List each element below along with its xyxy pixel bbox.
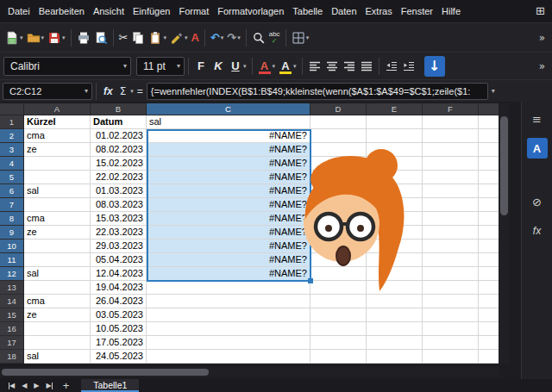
font-name-caret[interactable]: ▾ [123,62,127,70]
sidebar-tab-properties[interactable]: A [527,138,548,159]
cell-D2[interactable] [310,129,367,143]
cell-A9[interactable]: ze [24,226,91,240]
next-sheet-button[interactable]: ▶ [30,382,42,389]
font-size-caret[interactable]: ▾ [177,62,180,70]
cell-A1[interactable]: Kürzel [24,115,91,129]
copy-button[interactable] [129,27,147,49]
cell-C12[interactable]: #NAME? [147,267,310,281]
name-box-caret[interactable]: ▾ [85,87,88,95]
cell-C17[interactable] [147,336,310,350]
cell-F7[interactable] [423,198,479,212]
cell-A12[interactable]: sal [24,267,91,281]
cell-F15[interactable] [423,308,479,322]
find-replace-button[interactable] [250,27,267,49]
cell-F10[interactable] [423,240,479,253]
cut-button[interactable]: ✂ [117,27,130,49]
cell-B4[interactable]: 15.02.2023 [91,157,147,171]
formula-input[interactable]: {=wennfehler(INDEX(B$1:B$49;kkleinste(we… [147,83,488,100]
menu-formatvorlagen[interactable]: Formatvorlagen [213,3,288,20]
expand-formula-bar-icon[interactable]: ▾ [488,87,499,95]
print-button[interactable] [75,27,92,49]
column-header-F[interactable]: F [423,103,479,115]
vertical-scrollbar-thumb[interactable] [500,116,508,215]
cell-E18[interactable] [367,350,423,364]
row-header-4[interactable]: 4 [0,157,24,171]
cell-C5[interactable]: #NAME? [147,171,310,184]
function-wizard-button[interactable]: fx [100,85,116,97]
cell-D1[interactable] [310,115,367,129]
bold-button[interactable]: F [192,55,210,78]
cell-G14[interactable] [479,295,499,308]
cell-G4[interactable] [479,157,499,171]
menu-tabelle[interactable]: Tabelle [288,3,327,20]
new-dropdown-caret[interactable]: ▾ [20,34,23,41]
menu-fenster[interactable]: Fenster [397,3,437,20]
cell-A14[interactable]: cma [24,295,91,308]
cell-B10[interactable]: 29.03.2023 [91,240,147,253]
cell-C13[interactable] [147,281,310,295]
cell-G7[interactable] [479,198,499,212]
cell-C6[interactable]: #NAME? [147,184,310,198]
cell-C4[interactable]: #NAME? [147,157,310,171]
name-box[interactable]: C2:C12 ▾ [3,83,92,100]
row-header-5[interactable]: 5 [0,171,24,184]
justify-button[interactable] [358,55,375,78]
select-all-corner[interactable] [0,103,24,115]
clone-dropdown-caret[interactable]: ▾ [185,34,188,41]
menu-daten[interactable]: Daten [327,3,361,20]
borders-dropdown-caret[interactable]: ▾ [306,34,310,41]
cell-F6[interactable] [423,184,479,198]
undo-dropdown-caret[interactable]: ▾ [221,34,224,41]
horizontal-scrollbar[interactable] [0,367,499,377]
column-header-D[interactable]: D [310,103,367,115]
cell-B9[interactable]: 22.03.2023 [91,226,147,240]
cell-A6[interactable]: sal [24,184,91,198]
cell-B7[interactable]: 08.03.2023 [91,198,147,212]
open-dropdown-caret[interactable]: ▾ [41,34,45,41]
cell-F18[interactable] [423,350,479,364]
cell-D17[interactable] [310,336,367,350]
redo-dropdown-caret[interactable]: ▾ [237,34,241,41]
cell-C9[interactable]: #NAME? [147,226,310,240]
row-header-11[interactable]: 11 [0,253,24,267]
cell-A13[interactable] [24,281,91,295]
cell-E2[interactable] [367,129,423,143]
menu-format[interactable]: Format [174,3,213,20]
row-header-1[interactable]: 1 [0,115,24,129]
cell-G13[interactable] [479,281,499,295]
cell-C18[interactable] [147,350,310,364]
row-header-16[interactable]: 16 [0,322,24,336]
grid-view-icon[interactable]: ⊞ [536,4,545,17]
cell-D18[interactable] [310,350,367,364]
cell-B18[interactable]: 24.05.2023 [91,350,147,364]
italic-button[interactable]: K [210,55,227,78]
align-right-button[interactable] [341,55,358,78]
column-header-E[interactable]: E [367,103,423,115]
row-header-18[interactable]: 18 [0,350,24,364]
cell-F13[interactable] [423,281,479,295]
paste-dropdown-caret[interactable]: ▾ [163,34,166,41]
cell-F11[interactable] [423,253,479,267]
previous-sheet-button[interactable]: ◀ [18,382,30,389]
cell-B12[interactable]: 12.04.2023 [91,267,147,281]
formatting-overflow-icon[interactable]: » [539,60,549,72]
cell-E1[interactable] [367,115,423,129]
toolbar-overflow-icon[interactable]: » [539,32,549,44]
cell-D16[interactable] [310,322,367,336]
cell-F4[interactable] [423,157,479,171]
cell-C3[interactable]: #NAME? [147,143,310,157]
row-header-8[interactable]: 8 [0,212,24,226]
cell-G10[interactable] [479,240,499,253]
cell-G3[interactable] [479,143,499,157]
cell-A4[interactable] [24,157,91,171]
cell-C8[interactable]: #NAME? [147,212,310,226]
column-header-partial[interactable] [479,103,499,115]
cell-B11[interactable]: 05.04.2023 [91,253,147,267]
column-header-B[interactable]: B [91,103,147,115]
cell-D15[interactable] [310,308,367,322]
cell-B8[interactable]: 15.03.2023 [91,212,147,226]
cell-E17[interactable] [367,336,423,350]
cell-G5[interactable] [479,171,499,184]
font-name-combobox[interactable]: Calibri ▾ [3,57,131,76]
cell-C10[interactable]: #NAME? [147,240,310,253]
